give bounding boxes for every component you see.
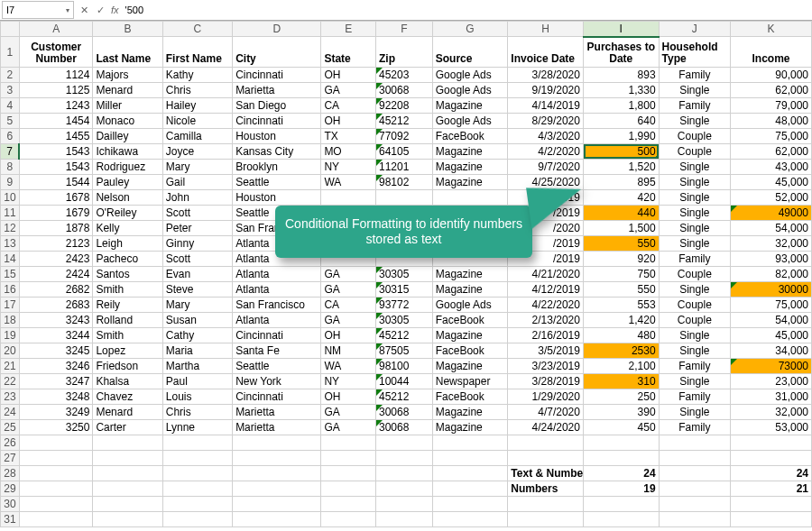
cell[interactable]: 1878: [19, 221, 93, 236]
cell[interactable]: 77092: [376, 129, 433, 144]
cell[interactable]: 11201: [376, 160, 433, 175]
cell[interactable]: Brooklyn: [233, 160, 321, 175]
cell[interactable]: 19: [583, 481, 659, 497]
cell[interactable]: [432, 190, 508, 206]
cell[interactable]: Couple: [659, 267, 730, 282]
cell[interactable]: Magazine: [432, 359, 508, 374]
cell[interactable]: Single: [659, 221, 730, 236]
cell[interactable]: 21: [731, 481, 812, 497]
cell[interactable]: Magazine: [432, 405, 508, 420]
cell[interactable]: 87505: [376, 343, 433, 359]
cell[interactable]: 2,100: [583, 359, 659, 374]
cell[interactable]: 82,000: [731, 267, 812, 282]
cell[interactable]: [508, 451, 584, 466]
cell[interactable]: [93, 451, 162, 466]
cell[interactable]: [659, 481, 730, 497]
cell[interactable]: Houston: [233, 129, 321, 144]
cell[interactable]: Chris: [162, 405, 232, 420]
cell[interactable]: [162, 466, 232, 481]
cell[interactable]: [162, 451, 232, 466]
cancel-icon[interactable]: ✕: [77, 3, 91, 17]
cell[interactable]: 1,330: [583, 83, 659, 98]
cell[interactable]: 48,000: [731, 114, 812, 129]
row-header[interactable]: 5: [1, 114, 20, 129]
cell[interactable]: [321, 435, 376, 451]
cell[interactable]: 3248: [19, 389, 93, 405]
cell[interactable]: 3/5/2019: [508, 343, 584, 359]
column-header-A[interactable]: A: [19, 22, 93, 37]
row-header[interactable]: 14: [1, 252, 20, 267]
cell[interactable]: 30068: [376, 420, 433, 435]
fx-icon[interactable]: fx: [111, 5, 119, 15]
cell[interactable]: Single: [659, 343, 730, 359]
cell[interactable]: Magazine: [432, 282, 508, 298]
cell[interactable]: [19, 451, 93, 466]
cell[interactable]: John: [162, 190, 232, 206]
cell[interactable]: [583, 497, 659, 512]
cell[interactable]: 640: [583, 114, 659, 129]
cell[interactable]: Khalsa: [93, 374, 162, 389]
cell[interactable]: Ichikawa: [93, 144, 162, 160]
cell[interactable]: Reily: [93, 298, 162, 313]
cell[interactable]: 2/16/2019: [508, 328, 584, 343]
cell[interactable]: 1243: [19, 98, 93, 114]
cell[interactable]: Single: [659, 190, 730, 206]
column-header-C[interactable]: C: [162, 22, 232, 37]
cell[interactable]: [233, 435, 321, 451]
header-cell[interactable]: City: [233, 37, 321, 68]
cell[interactable]: 2/13/2020: [508, 313, 584, 328]
cell[interactable]: 895: [583, 175, 659, 190]
cell[interactable]: [508, 497, 584, 512]
row-header[interactable]: 13: [1, 236, 20, 252]
cell[interactable]: Numbers: [508, 481, 584, 497]
cell[interactable]: 1543: [19, 144, 93, 160]
cell[interactable]: 3246: [19, 359, 93, 374]
cell[interactable]: 34,000: [731, 343, 812, 359]
cell[interactable]: Single: [659, 114, 730, 129]
cell[interactable]: Couple: [659, 313, 730, 328]
cell[interactable]: 1679: [19, 206, 93, 221]
cell[interactable]: FaceBook: [432, 129, 508, 144]
row-header[interactable]: 4: [1, 98, 20, 114]
cell[interactable]: Rodriguez: [93, 160, 162, 175]
cell[interactable]: 450: [583, 420, 659, 435]
cell[interactable]: 54,000: [731, 313, 812, 328]
cell[interactable]: Google Ads: [432, 114, 508, 129]
header-cell[interactable]: Household Type: [659, 37, 730, 68]
cell[interactable]: [659, 497, 730, 512]
cell[interactable]: 98102: [376, 175, 433, 190]
cell[interactable]: Single: [659, 374, 730, 389]
cell[interactable]: 1543: [19, 160, 93, 175]
cell[interactable]: Nicole: [162, 114, 232, 129]
cell[interactable]: 64105: [376, 144, 433, 160]
cell[interactable]: Majors: [93, 68, 162, 83]
cell[interactable]: [432, 497, 508, 512]
cell[interactable]: 550: [583, 236, 659, 252]
cell[interactable]: Scott: [162, 206, 232, 221]
row-header[interactable]: 24: [1, 405, 20, 420]
cell[interactable]: Kathy: [162, 68, 232, 83]
cell[interactable]: Mary: [162, 160, 232, 175]
cell[interactable]: Family: [659, 359, 730, 374]
cell[interactable]: 1455: [19, 129, 93, 144]
cell[interactable]: [432, 512, 508, 527]
cell[interactable]: OH: [321, 389, 376, 405]
cell[interactable]: Houston: [233, 190, 321, 206]
cell[interactable]: Single: [659, 206, 730, 221]
cell[interactable]: [19, 435, 93, 451]
cell[interactable]: [19, 512, 93, 527]
cell[interactable]: MO: [321, 144, 376, 160]
cell[interactable]: [93, 481, 162, 497]
cell[interactable]: 45,000: [731, 175, 812, 190]
cell[interactable]: 4/2/2020: [508, 144, 584, 160]
cell[interactable]: GA: [321, 282, 376, 298]
cell[interactable]: 75,000: [731, 129, 812, 144]
cell[interactable]: Joyce: [162, 144, 232, 160]
cell[interactable]: Pacheco: [93, 252, 162, 267]
cell[interactable]: 4/22/2020: [508, 298, 584, 313]
cell[interactable]: 3243: [19, 313, 93, 328]
cell[interactable]: Marietta: [233, 405, 321, 420]
cell[interactable]: San Francisco: [233, 298, 321, 313]
cell[interactable]: Family: [659, 68, 730, 83]
cell[interactable]: 10044: [376, 374, 433, 389]
